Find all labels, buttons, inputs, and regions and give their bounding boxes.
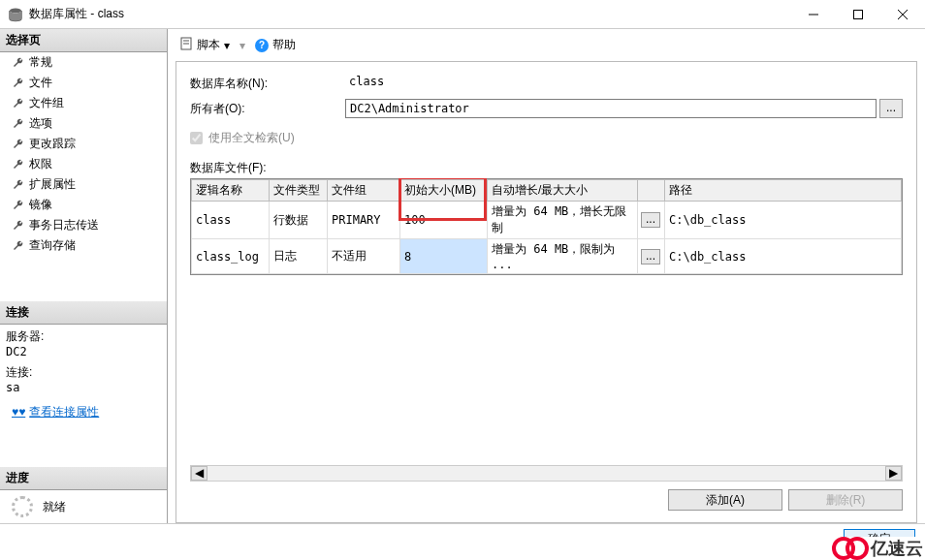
help-icon: ?	[255, 39, 269, 52]
wrench-icon	[12, 239, 25, 253]
column-header[interactable]: 文件类型	[270, 180, 328, 202]
table-cell[interactable]: 增量为 64 MB，限制为 ...	[488, 239, 638, 274]
db-icon	[8, 7, 23, 22]
column-header[interactable]: 自动增长/最大大小	[488, 180, 638, 202]
script-button[interactable]: 脚本 ▾	[175, 35, 234, 55]
wrench-icon	[12, 199, 25, 212]
column-header[interactable]: 路径	[665, 180, 902, 202]
sidebar-item[interactable]: 常规	[0, 52, 167, 73]
cell-browse-button[interactable]: ...	[641, 249, 660, 264]
connection-header: 连接	[0, 301, 167, 325]
brand-watermark: 亿速云	[832, 537, 923, 560]
fulltext-checkbox	[190, 132, 203, 144]
toolbar-separator: ▾	[239, 39, 245, 52]
svg-point-0	[10, 8, 21, 13]
sidebar-item[interactable]: 扩展属性	[0, 174, 167, 195]
footer: 确定	[0, 523, 925, 554]
help-button[interactable]: ? 帮助	[251, 35, 300, 55]
column-header[interactable]: 初始大小(MB)	[400, 180, 488, 202]
table-cell[interactable]: C:\db_class	[665, 239, 902, 274]
server-label: 服务器:	[6, 328, 161, 345]
table-cell[interactable]: 不适用	[328, 239, 400, 274]
wrench-icon	[12, 138, 25, 151]
table-cell[interactable]: class	[192, 202, 270, 239]
wrench-icon	[12, 219, 25, 233]
sidebar-item[interactable]: 权限	[0, 154, 167, 174]
conn-label: 连接:	[6, 364, 161, 381]
horizontal-scrollbar[interactable]: ◀ ▶	[190, 465, 903, 482]
close-button[interactable]	[880, 0, 925, 29]
files-grid[interactable]: 逻辑名称文件类型文件组初始大小(MB)自动增长/最大大小路径 class行数据P…	[190, 178, 903, 275]
sidebar-item[interactable]: 文件组	[0, 93, 167, 113]
owner-label: 所有者(O):	[190, 101, 345, 117]
table-cell[interactable]: ...	[638, 202, 665, 239]
table-row[interactable]: class行数据PRIMARY100增量为 64 MB，增长无限制...C:\d…	[192, 202, 902, 239]
table-cell[interactable]: 100	[400, 202, 488, 239]
column-header[interactable]: 逻辑名称	[192, 180, 270, 202]
sidebar-item[interactable]: 选项	[0, 113, 167, 134]
wrench-icon	[12, 77, 25, 90]
table-cell[interactable]: 8	[400, 239, 488, 274]
add-button[interactable]: 添加(A)	[668, 489, 782, 511]
table-cell[interactable]: C:\db_class	[665, 202, 902, 239]
table-cell[interactable]: 增量为 64 MB，增长无限制	[488, 202, 638, 239]
nav-list: 常规文件文件组选项更改跟踪权限扩展属性镜像事务日志传送查询存储	[0, 52, 167, 256]
form-area: 数据库名称(N): class 所有者(O): ... 使用全文检索(U) 数据…	[175, 61, 917, 523]
minimize-button[interactable]	[791, 0, 836, 29]
wrench-icon	[12, 158, 25, 171]
select-page-header: 选择页	[0, 29, 167, 52]
window-title: 数据库属性 - class	[29, 6, 791, 22]
progress-status: 就绪	[43, 499, 66, 515]
sidebar-item[interactable]: 镜像	[0, 195, 167, 215]
scroll-left-arrow-icon[interactable]: ◀	[191, 466, 207, 481]
sidebar-item[interactable]: 事务日志传送	[0, 215, 167, 235]
dbname-label: 数据库名称(N):	[190, 76, 345, 92]
right-panel: 脚本 ▾ ▾ ? 帮助 数据库名称(N): class 所有者(O): ... …	[168, 29, 925, 523]
owner-input[interactable]	[345, 99, 877, 118]
toolbar: 脚本 ▾ ▾ ? 帮助	[175, 35, 917, 59]
svg-rect-2	[854, 10, 863, 18]
wrench-icon	[12, 56, 25, 70]
column-header[interactable]	[638, 180, 665, 202]
progress-header: 进度	[0, 467, 167, 490]
column-header[interactable]: 文件组	[328, 180, 400, 202]
view-connection-props-link[interactable]: ♥♥ 查看连接属性	[0, 402, 167, 422]
brand-circle-icon	[845, 537, 869, 560]
wrench-icon	[12, 117, 25, 131]
remove-button: 删除(R)	[788, 489, 903, 511]
table-cell[interactable]: 行数据	[270, 202, 328, 239]
conn-value: sa	[6, 381, 161, 394]
titlebar: 数据库属性 - class	[0, 0, 925, 29]
sidebar-item[interactable]: 文件	[0, 73, 167, 93]
left-panel: 选择页 常规文件文件组选项更改跟踪权限扩展属性镜像事务日志传送查询存储 连接 服…	[0, 29, 168, 523]
files-label: 数据库文件(F):	[190, 160, 903, 176]
table-cell[interactable]: 日志	[270, 239, 328, 274]
dropdown-arrow-icon: ▾	[224, 39, 230, 52]
connection-icon: ♥♥	[12, 405, 25, 419]
wrench-icon	[12, 178, 25, 192]
fulltext-label: 使用全文检索(U)	[208, 130, 295, 146]
server-value: DC2	[6, 345, 161, 358]
maximize-button[interactable]	[836, 0, 880, 29]
scroll-right-arrow-icon[interactable]: ▶	[885, 466, 902, 481]
sidebar-item[interactable]: 更改跟踪	[0, 134, 167, 154]
table-cell[interactable]: PRIMARY	[328, 202, 400, 239]
table-row[interactable]: class_log日志不适用8增量为 64 MB，限制为 ......C:\db…	[192, 239, 902, 274]
table-cell[interactable]: class_log	[192, 239, 270, 274]
progress-spinner-icon	[12, 496, 33, 517]
owner-browse-button[interactable]: ...	[879, 99, 903, 118]
wrench-icon	[12, 97, 25, 110]
dbname-value: class	[345, 74, 903, 93]
cell-browse-button[interactable]: ...	[641, 212, 660, 228]
script-icon	[179, 37, 193, 53]
table-cell[interactable]: ...	[638, 239, 665, 274]
sidebar-item[interactable]: 查询存储	[0, 235, 167, 256]
